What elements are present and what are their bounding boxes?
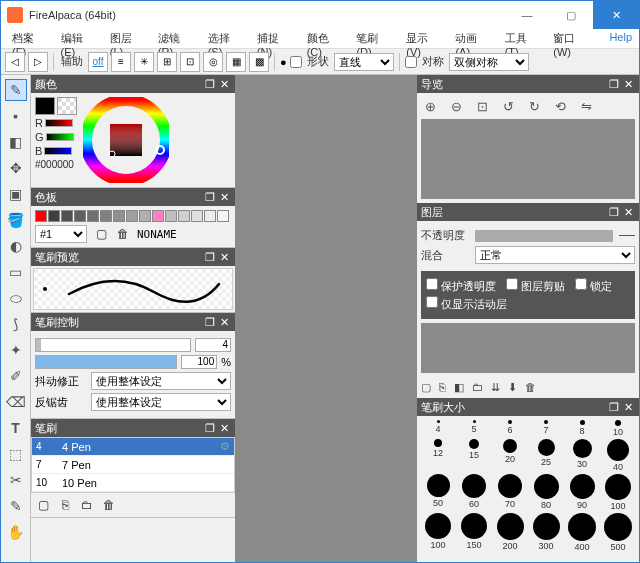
lasso-tool[interactable]: ⟆	[5, 313, 27, 335]
aa-select[interactable]: 使用整体设定	[91, 393, 231, 411]
flip-icon[interactable]: ⇋	[577, 97, 595, 115]
palette-swatch[interactable]	[191, 210, 203, 222]
opacity-slider[interactable]	[35, 355, 177, 369]
brush-size-cell[interactable]: 70	[493, 474, 527, 511]
opacity-value[interactable]: 100	[181, 355, 217, 369]
move-tool[interactable]: ✥	[5, 157, 27, 179]
select-pen-tool[interactable]: ✐	[5, 365, 27, 387]
brush-size-cell[interactable]: 10	[601, 420, 635, 437]
menu-item[interactable]: 动画(A)	[448, 29, 497, 48]
wand-tool[interactable]: ✦	[5, 339, 27, 361]
menu-item[interactable]: 滤镜(R)	[151, 29, 201, 48]
menu-item[interactable]: 图层(L)	[103, 29, 151, 48]
shape-checkbox[interactable]	[290, 56, 302, 68]
down-icon[interactable]: ⬇	[508, 381, 517, 394]
fg-color[interactable]	[35, 97, 55, 115]
brush-size-cell[interactable]: 200	[493, 513, 527, 552]
close-icon[interactable]: ✕	[621, 401, 635, 414]
brush-size-grid[interactable]: 4567810121520253040506070809010010015020…	[417, 416, 639, 556]
maximize-button[interactable]: ▢	[549, 1, 593, 29]
lock-check[interactable]: 锁定	[575, 278, 612, 294]
r-slider[interactable]	[45, 119, 73, 127]
bg-color[interactable]	[57, 97, 77, 115]
transform-tool[interactable]: ⬚	[5, 443, 27, 465]
zoom-in-icon[interactable]: ⊕	[421, 97, 439, 115]
close-icon[interactable]: ✕	[621, 78, 635, 91]
menu-item[interactable]: 编辑(E)	[54, 29, 103, 48]
brush-size-cell[interactable]: 7	[529, 420, 563, 437]
palette-swatch[interactable]	[139, 210, 151, 222]
bucket-tool[interactable]: 🪣	[5, 209, 27, 231]
zoom-out-icon[interactable]: ⊖	[447, 97, 465, 115]
close-button[interactable]: ✕	[593, 1, 639, 29]
undock-icon[interactable]: ❐	[203, 251, 217, 264]
layer-opacity-slider[interactable]	[475, 230, 613, 242]
brush-row[interactable]: 1010 Pen	[32, 474, 234, 492]
menu-item[interactable]: 颜色(C)	[300, 29, 350, 48]
undock-icon[interactable]: ❐	[203, 78, 217, 91]
palette-swatch[interactable]	[61, 210, 73, 222]
select-erase-tool[interactable]: ⌫	[5, 391, 27, 413]
palette-swatch[interactable]	[35, 210, 47, 222]
palette-swatch[interactable]	[100, 210, 112, 222]
brush-row[interactable]: 44 Pen⚙	[32, 438, 234, 456]
dup-layer-icon[interactable]: ⎘	[439, 381, 446, 394]
brush-size-cell[interactable]: 300	[529, 513, 563, 552]
brush-size-cell[interactable]: 30	[565, 439, 599, 472]
dot-tool[interactable]: ▪	[5, 105, 27, 127]
palette-swatch[interactable]	[178, 210, 190, 222]
zoom-fit-icon[interactable]: ⊡	[473, 97, 491, 115]
palette-swatch[interactable]	[165, 210, 177, 222]
snap-parallel-icon[interactable]: ≡	[111, 52, 131, 72]
menu-item[interactable]: 笔刷(D)	[349, 29, 399, 48]
close-icon[interactable]: ✕	[217, 422, 231, 435]
help-menu[interactable]: Help	[602, 29, 639, 48]
folder-icon[interactable]: 🗀	[472, 381, 483, 394]
delete-layer-icon[interactable]: 🗑	[525, 381, 536, 394]
symmetry-select[interactable]: 双侧对称	[449, 53, 529, 71]
brush-size-cell[interactable]: 25	[529, 439, 563, 472]
symmetry-checkbox[interactable]	[405, 56, 417, 68]
brush-size-cell[interactable]: 8	[565, 420, 599, 437]
add-brush-icon[interactable]: ▢	[35, 497, 51, 513]
brush-list[interactable]: 44 Pen⚙77 Pen1010 Pen	[31, 437, 235, 493]
brush-size-cell[interactable]: 40	[601, 439, 635, 472]
dup-brush-icon[interactable]: ⎘	[57, 497, 73, 513]
brush-row[interactable]: 77 Pen	[32, 456, 234, 474]
palette-swatch[interactable]	[74, 210, 86, 222]
assist-off[interactable]: off	[88, 52, 108, 72]
brush-size-cell[interactable]: 150	[457, 513, 491, 552]
minimize-button[interactable]: —	[505, 1, 549, 29]
undock-icon[interactable]: ❐	[203, 422, 217, 435]
snap-curve-icon[interactable]: ▦	[226, 52, 246, 72]
gear-icon[interactable]: ⚙	[220, 440, 230, 453]
select-ellipse-tool[interactable]: ⬭	[5, 287, 27, 309]
size-value[interactable]: 4	[195, 338, 231, 352]
palette-swatch[interactable]	[204, 210, 216, 222]
menu-item[interactable]: 选择(S)	[201, 29, 250, 48]
palette-swatch[interactable]	[113, 210, 125, 222]
menu-item[interactable]: 捕捉(N)	[250, 29, 300, 48]
menu-item[interactable]: 显示(V)	[399, 29, 448, 48]
gradient-tool[interactable]: ◐	[5, 235, 27, 257]
b-slider[interactable]	[44, 147, 72, 155]
shape-select[interactable]: 直线	[334, 53, 394, 71]
rotate-ccw-icon[interactable]: ↺	[499, 97, 517, 115]
brush-size-cell[interactable]: 80	[529, 474, 563, 511]
rotate-cw-icon[interactable]: ↻	[525, 97, 543, 115]
menu-item[interactable]: 档案(F)	[5, 29, 54, 48]
snap-circle-icon[interactable]: ◎	[203, 52, 223, 72]
undock-icon[interactable]: ❐	[203, 316, 217, 329]
brush-size-cell[interactable]: 4	[421, 420, 455, 437]
mask-icon[interactable]: ◧	[454, 381, 464, 394]
brush-size-cell[interactable]: 100	[421, 513, 455, 552]
delete-icon[interactable]: 🗑	[101, 497, 117, 513]
size-slider[interactable]	[35, 338, 191, 352]
snap-grid-icon[interactable]: ▩	[249, 52, 269, 72]
navigator-view[interactable]	[421, 119, 635, 199]
snap-cross-icon[interactable]: ✳	[134, 52, 154, 72]
palette-swatch[interactable]	[48, 210, 60, 222]
brush-tool[interactable]: ✎	[5, 79, 27, 101]
folder-icon[interactable]: 🗀	[79, 497, 95, 513]
brush-size-cell[interactable]: 90	[565, 474, 599, 511]
